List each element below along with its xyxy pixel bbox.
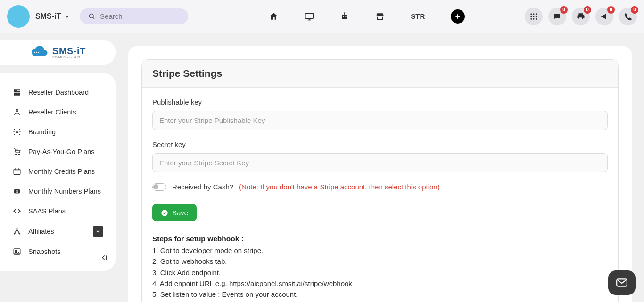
chat-badge: 0 <box>560 6 568 14</box>
sidebar-item-payg[interactable]: Pay-As-You-Go Plans <box>0 142 116 162</box>
brand-dropdown[interactable]: SMS-iT <box>35 12 70 21</box>
main-content: Stripe Settings Publishable key Secret k… <box>118 33 644 302</box>
money-icon: $ <box>12 187 22 196</box>
topbar-right-icons: 0 0 0 0 <box>525 8 637 25</box>
mail-icon <box>615 277 629 289</box>
sidebar-item-dashboard[interactable]: Reseller Dashboard <box>0 82 116 102</box>
step-item: 6. Add 3 event listener <box>152 300 608 302</box>
store-icon[interactable] <box>375 12 385 21</box>
card-title: Stripe Settings <box>152 68 608 79</box>
svg-point-13 <box>533 13 535 15</box>
svg-point-17 <box>536 16 537 17</box>
step-item: 3. Click Add endpoint. <box>152 267 608 278</box>
cash-toggle[interactable] <box>152 183 166 191</box>
grid-icon <box>529 12 538 21</box>
image-icon <box>12 247 22 256</box>
step-item: 1. Got to developer mode on stripe. <box>152 245 608 256</box>
sidebar-item-branding[interactable]: Branding <box>0 122 116 142</box>
svg-point-0 <box>90 14 94 18</box>
home-icon[interactable] <box>269 12 279 21</box>
brand-label: SMS-iT <box>35 12 61 21</box>
publishable-key-input[interactable] <box>152 111 608 130</box>
robot-icon[interactable] <box>340 12 349 21</box>
announce-badge: 0 <box>607 6 615 14</box>
sidebar-item-label: Reseller Dashboard <box>28 89 89 96</box>
monitor-icon[interactable] <box>305 12 314 21</box>
svg-rect-33 <box>14 169 20 175</box>
plus-button[interactable] <box>451 9 465 24</box>
svg-point-9 <box>344 12 346 14</box>
sidebar-item-label: Pay-As-You-Go Plans <box>28 148 95 155</box>
sidebar: SMS-iT SE-Mi Sentient iT Reseller Dashbo… <box>0 33 118 302</box>
phone-button[interactable]: 0 <box>619 8 637 25</box>
sidebar-item-clients[interactable]: Reseller Clients <box>0 102 116 122</box>
secret-key-input[interactable] <box>152 153 608 172</box>
search-container <box>80 8 188 24</box>
svg-point-15 <box>530 16 532 17</box>
logo-title: SMS-iT <box>52 46 86 56</box>
chat-widget[interactable] <box>608 270 636 295</box>
cash-toggle-row: Received by Cash? (Note: If you don't ha… <box>152 183 608 191</box>
avatar[interactable] <box>7 5 30 28</box>
stripe-settings-card: Stripe Settings Publishable key Secret k… <box>141 59 619 302</box>
svg-point-30 <box>16 131 18 133</box>
settings-panel: Stripe Settings Publishable key Secret k… <box>128 46 632 302</box>
sidebar-item-affiliates[interactable]: Affiliates <box>0 221 116 242</box>
layout: SMS-iT SE-Mi Sentient iT Reseller Dashbo… <box>0 33 644 302</box>
sidebar-item-label: Affiliates <box>28 228 54 235</box>
affiliate-icon <box>12 227 22 236</box>
svg-rect-2 <box>305 13 314 18</box>
svg-rect-5 <box>342 15 347 19</box>
save-button-label: Save <box>172 209 188 217</box>
logo-card: SMS-iT SE-Mi Sentient iT <box>0 40 116 65</box>
code-icon <box>12 206 22 216</box>
step-item: 2. Got to webhooks tab. <box>152 256 608 267</box>
svg-rect-28 <box>14 93 20 96</box>
apps-grid-button[interactable] <box>525 8 543 25</box>
svg-point-39 <box>16 228 18 230</box>
sidebar-item-label: SAAS Plans <box>28 207 66 215</box>
svg-rect-25 <box>14 89 17 92</box>
svg-point-29 <box>16 109 18 112</box>
collapse-sidebar-button[interactable] <box>100 253 108 264</box>
svg-point-24 <box>38 52 39 53</box>
sidebar-item-credits[interactable]: Monthly Credits Plans <box>0 162 116 181</box>
logo[interactable]: SMS-iT SE-Mi Sentient iT <box>30 46 86 59</box>
top-nav-icons: STR <box>269 9 465 24</box>
secret-key-label: Secret key <box>152 140 608 148</box>
phone-badge: 0 <box>631 6 638 14</box>
cloud-icon <box>30 46 50 59</box>
steps-title: Steps for setup webhook : <box>152 235 608 243</box>
sidebar-item-saas[interactable]: SAAS Plans <box>0 201 116 221</box>
svg-point-18 <box>530 18 532 19</box>
svg-point-22 <box>34 52 35 53</box>
steps-list: 1. Got to developer mode on stripe. 2. G… <box>152 245 608 302</box>
print-badge: 0 <box>584 6 591 14</box>
svg-point-12 <box>530 13 532 15</box>
svg-point-31 <box>16 154 17 155</box>
clients-icon <box>12 107 22 117</box>
sidebar-item-snapshots[interactable]: Snapshots <box>0 242 116 261</box>
svg-line-1 <box>93 17 94 19</box>
save-button[interactable]: Save <box>152 204 197 221</box>
card-header: Stripe Settings <box>142 60 618 88</box>
svg-point-6 <box>343 16 344 17</box>
sidebar-item-numbers[interactable]: $ Monthly Numbers Plans <box>0 181 116 201</box>
megaphone-icon <box>600 12 609 21</box>
phone-icon <box>624 12 632 21</box>
svg-point-20 <box>536 18 537 19</box>
card-body: Publishable key Secret key Received by C… <box>142 88 618 302</box>
str-button[interactable]: STR <box>411 12 425 20</box>
print-button[interactable]: 0 <box>572 8 590 25</box>
svg-point-7 <box>346 16 347 17</box>
gear-icon <box>12 127 22 137</box>
logo-subtitle: SE-Mi Sentient iT <box>52 56 86 59</box>
announce-button[interactable]: 0 <box>595 8 613 25</box>
svg-point-16 <box>533 16 535 17</box>
chat-button[interactable]: 0 <box>548 8 566 25</box>
svg-rect-21 <box>579 17 582 19</box>
search-icon <box>88 12 95 20</box>
search-input[interactable] <box>100 12 180 20</box>
nav-card: Reseller Dashboard Reseller Clients Bran… <box>0 73 116 271</box>
sidebar-item-label: Snapshots <box>28 248 61 255</box>
